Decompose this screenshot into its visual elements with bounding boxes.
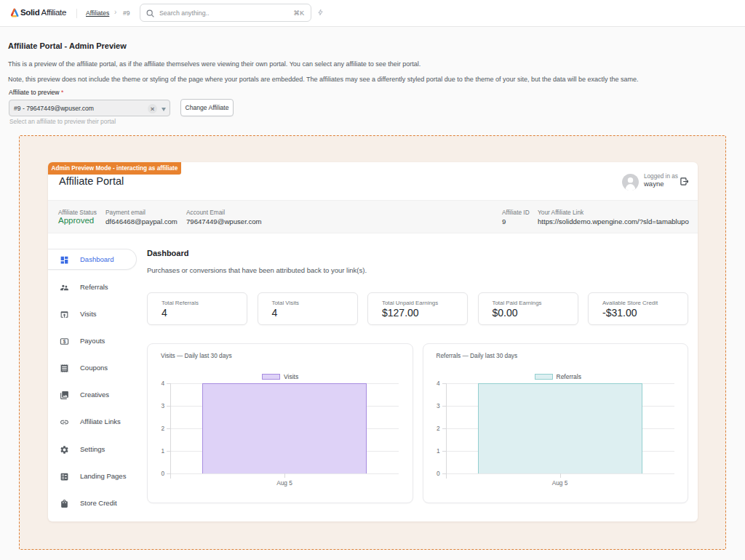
svg-text:$: $: [63, 339, 66, 345]
